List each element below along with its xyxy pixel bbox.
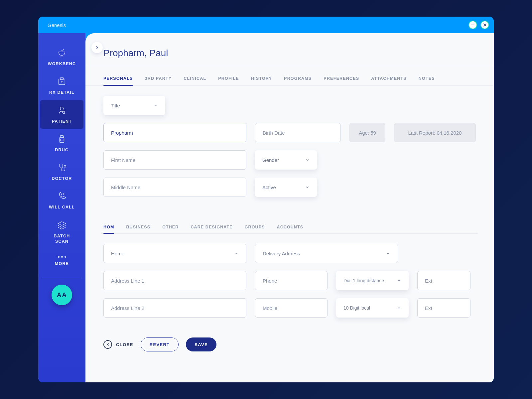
gender-select[interactable]: Gender — [255, 150, 317, 170]
age-text: Age: 59 — [359, 130, 376, 136]
revert-label: REVERT — [150, 342, 170, 347]
revert-button[interactable]: REVERT — [141, 337, 179, 351]
close-button[interactable]: CLOSE — [103, 340, 133, 349]
svg-rect-4 — [60, 78, 63, 80]
page-title: Propharm, Paul — [103, 48, 478, 59]
address-line1-field[interactable] — [103, 271, 246, 290]
active-select[interactable]: Active — [255, 178, 317, 197]
subtab-groups[interactable]: GROUPS — [245, 223, 265, 233]
tab-profile[interactable]: PROFILE — [218, 73, 239, 85]
tab-personals[interactable]: PERSONALS — [103, 73, 133, 85]
mobile-ext-field[interactable] — [417, 298, 470, 318]
stethoscope-icon — [57, 163, 67, 173]
select-label: Dial 1 long distance — [343, 278, 384, 283]
subtab-home[interactable]: HOM — [103, 223, 114, 233]
subtab-business[interactable]: BUSINESS — [126, 223, 150, 233]
titlebar: Genesis — [38, 17, 494, 33]
chevron-down-icon — [234, 251, 239, 256]
address-line1-input[interactable] — [111, 278, 239, 284]
close-window-button[interactable] — [480, 21, 489, 29]
title-select[interactable]: Title — [103, 96, 165, 115]
sidebar-item-willcall[interactable]: WILL CALL — [40, 186, 83, 214]
sidebar-item-batchscan[interactable]: BATCH SCAN — [40, 215, 83, 249]
sidebar: WORKBENC RX DETAIL PATIENT DRUG DOCTOR W… — [38, 33, 85, 382]
first-name-field[interactable] — [103, 150, 246, 170]
app-title: Genesis — [48, 22, 66, 28]
tab-attachments[interactable]: ATTACHMENTS — [371, 73, 406, 85]
address-line2-field[interactable] — [103, 298, 246, 318]
sidebar-item-label: DRUG — [55, 147, 69, 153]
svg-point-5 — [60, 107, 63, 110]
svg-rect-9 — [61, 139, 63, 141]
first-name-input[interactable] — [111, 157, 239, 163]
age-readonly: Age: 59 — [349, 123, 385, 142]
sidebar-item-label: RX DETAIL — [49, 90, 74, 95]
tab-3rdparty[interactable]: 3RD PARTY — [145, 73, 172, 85]
middle-name-field[interactable] — [103, 178, 246, 197]
subtab-other[interactable]: OTHER — [162, 223, 179, 233]
sidebar-item-rxdetail[interactable]: RX DETAIL — [40, 71, 83, 100]
mobile-field[interactable] — [255, 298, 328, 318]
select-label: Gender — [262, 157, 279, 163]
phone-input[interactable] — [263, 278, 320, 284]
subtab-accounts[interactable]: ACCOUNTS — [277, 223, 304, 233]
birth-date-field[interactable] — [255, 123, 341, 142]
chevron-down-icon — [305, 158, 310, 162]
minus-icon — [470, 23, 475, 27]
select-label: Delivery Address — [263, 251, 300, 256]
sidebar-item-patient[interactable]: PATIENT — [40, 100, 83, 129]
tab-notes[interactable]: NOTES — [419, 73, 435, 85]
tab-programs[interactable]: PROGRAMS — [284, 73, 312, 85]
select-label: Home — [111, 251, 124, 256]
address-type-select[interactable]: Home — [103, 244, 246, 263]
address-line2-input[interactable] — [111, 305, 239, 311]
chevron-right-icon — [95, 45, 99, 50]
user-avatar[interactable]: AA — [52, 285, 72, 305]
chevron-down-icon — [153, 103, 158, 108]
phone-field[interactable] — [255, 271, 328, 290]
last-name-field[interactable]: Propharm — [103, 123, 246, 142]
tab-history[interactable]: HISTORY — [251, 73, 272, 85]
sidebar-item-label: WILL CALL — [49, 204, 75, 210]
sidebar-item-drug[interactable]: DRUG — [40, 129, 83, 157]
birth-date-input[interactable] — [263, 130, 333, 136]
chevron-down-icon — [397, 278, 401, 283]
expand-button[interactable] — [91, 42, 103, 53]
sidebar-item-label: PATIENT — [52, 119, 72, 124]
chevron-down-icon — [386, 251, 390, 256]
delivery-address-select[interactable]: Delivery Address — [255, 244, 398, 263]
sidebar-item-label: MORE — [55, 261, 69, 266]
main-panel: Propharm, Paul PERSONALS 3RD PARTY CLINI… — [85, 33, 494, 382]
save-label: SAVE — [195, 342, 208, 347]
phone-ext-field[interactable] — [417, 271, 470, 290]
chevron-down-icon — [397, 306, 401, 310]
sidebar-item-workbench[interactable]: WORKBENC — [40, 43, 83, 71]
tab-clinical[interactable]: CLINICAL — [184, 73, 206, 85]
sidebar-item-label: DOCTOR — [52, 176, 72, 181]
minimize-button[interactable] — [468, 21, 477, 29]
select-label: 10 Digit local — [343, 305, 370, 311]
last-name-value: Propharm — [111, 130, 133, 136]
close-label: CLOSE — [116, 342, 133, 347]
sidebar-item-doctor[interactable]: DOCTOR — [40, 157, 83, 186]
mobile-dial-select[interactable]: 10 Digit local — [336, 298, 409, 318]
last-report-readonly: Last Report: 04.16.2020 — [394, 123, 476, 142]
sidebar-item-more[interactable]: MORE — [40, 249, 83, 271]
mobile-ext-input[interactable] — [425, 305, 463, 311]
x-icon — [482, 23, 487, 27]
phone-dial-select[interactable]: Dial 1 long distance — [336, 271, 409, 290]
svg-rect-7 — [60, 137, 64, 142]
last-report-text: Last Report: 04.16.2020 — [408, 130, 462, 136]
svg-point-6 — [63, 111, 65, 113]
mobile-input[interactable] — [263, 305, 320, 311]
save-button[interactable]: SAVE — [186, 337, 216, 351]
rx-icon — [57, 76, 67, 86]
phone-ext-input[interactable] — [425, 278, 463, 284]
close-circle-icon — [103, 340, 112, 349]
tab-preferences[interactable]: PREFERENCES — [324, 73, 359, 85]
sidebar-item-label: BATCH SCAN — [54, 233, 70, 244]
middle-name-input[interactable] — [111, 185, 239, 190]
subtab-caredesignate[interactable]: CARE DESIGNATE — [191, 223, 232, 233]
mortar-icon — [57, 48, 67, 58]
phone-plus-icon — [57, 191, 67, 201]
